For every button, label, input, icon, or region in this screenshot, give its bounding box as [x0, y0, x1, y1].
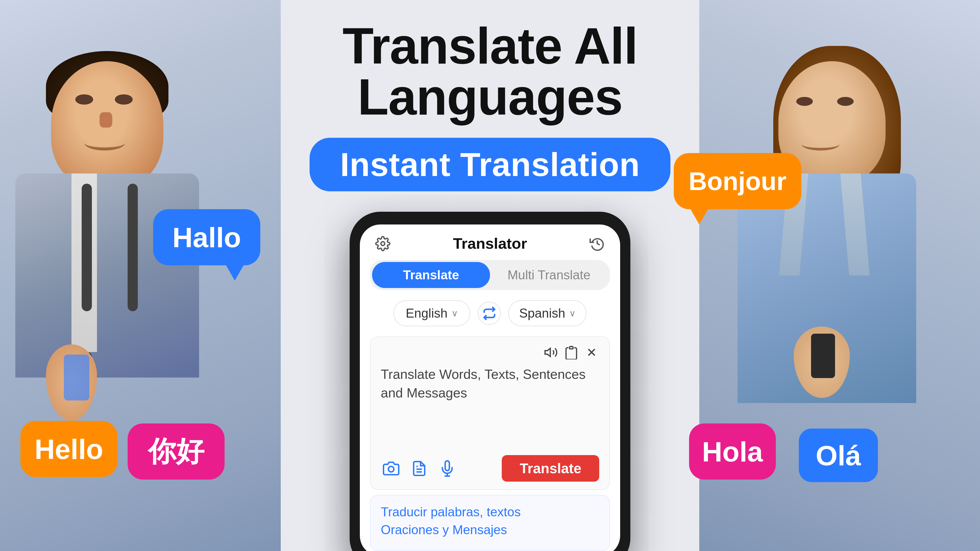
input-area: Translate Words, Texts, Sentences and Me…	[370, 337, 610, 490]
swap-languages-button[interactable]	[478, 302, 501, 325]
tab-multi-translate[interactable]: Multi Translate	[490, 262, 608, 288]
bubble-ola: Olá	[799, 429, 878, 482]
lang-to-chevron-icon: ∨	[569, 308, 576, 318]
lang-from-text: English	[406, 306, 448, 321]
bubble-chinese: 你好	[127, 424, 224, 480]
clipboard-icon[interactable]	[563, 345, 579, 360]
svg-marker-1	[545, 348, 550, 356]
lang-from-selector[interactable]: English ∨	[393, 300, 470, 326]
speaker-icon[interactable]	[543, 345, 558, 360]
svg-rect-2	[570, 346, 573, 349]
input-toolbar	[381, 345, 599, 360]
camera-icon[interactable]	[381, 458, 401, 478]
translate-button[interactable]: Translate	[502, 455, 599, 482]
input-placeholder-text[interactable]: Translate Words, Texts, Sentences and Me…	[381, 365, 599, 450]
output-area: Traducir palabras, textosOraciones y Men…	[370, 495, 610, 551]
close-icon[interactable]	[584, 345, 599, 360]
language-row: English ∨ Spanish ∨	[360, 292, 620, 334]
app-header: Translator	[360, 224, 620, 257]
document-icon[interactable]	[409, 458, 429, 478]
input-actions: Translate	[381, 455, 599, 482]
gear-icon[interactable]	[375, 236, 390, 251]
lang-from-chevron-icon: ∨	[452, 308, 458, 318]
microphone-icon[interactable]	[437, 458, 457, 478]
output-text: Traducir palabras, textosOraciones y Men…	[381, 503, 520, 539]
lang-to-text: Spanish	[519, 306, 565, 321]
svg-point-5	[388, 466, 394, 472]
app-title: Translator	[453, 235, 527, 252]
phone-mockup: Translator Translate Multi Translate	[350, 212, 630, 551]
instant-translation-badge: Instant Translation	[310, 138, 671, 191]
bubble-hello: Hello	[21, 421, 118, 477]
lang-to-selector[interactable]: Spanish ∨	[508, 300, 587, 326]
page-title: Translate All Languages	[342, 21, 638, 122]
phone-screen: Translator Translate Multi Translate	[360, 224, 620, 551]
history-icon[interactable]	[590, 236, 605, 251]
badge-text: Instant Translation	[340, 145, 640, 184]
phone-frame: Translator Translate Multi Translate	[350, 212, 630, 551]
svg-point-0	[381, 241, 385, 245]
tabs-container: Translate Multi Translate	[370, 260, 610, 290]
tab-translate[interactable]: Translate	[372, 262, 490, 288]
bubble-hallo: Hallo	[153, 209, 260, 265]
bubble-bonjour: Bonjour	[674, 153, 801, 209]
bubble-hola: Hola	[689, 424, 776, 480]
